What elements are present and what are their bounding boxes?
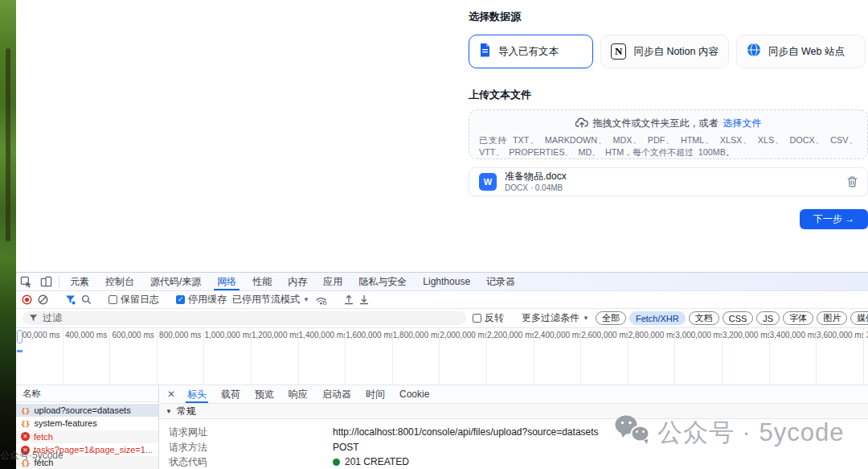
- device-toolbar-icon[interactable]: [36, 273, 56, 290]
- timeline-range-handle[interactable]: [17, 330, 23, 344]
- devtools-tab-sources[interactable]: 源代码/来源: [142, 273, 209, 290]
- devtools-tab-performance[interactable]: 性能: [244, 273, 280, 290]
- record-icon[interactable]: [22, 294, 32, 305]
- request-details-panel: ✕ 标头 载荷 预览 响应 启动器 时间 Cookie ▼ 常规 请求网址 ht…: [159, 385, 868, 469]
- checkbox-unchecked-icon[interactable]: [473, 314, 481, 323]
- timeline-tick: 2,200,000 ms: [487, 328, 534, 385]
- timeline-tick: 1,400,000 ms: [299, 328, 346, 385]
- throttling-dropdown[interactable]: 已停用节流模式 ▼: [232, 293, 309, 306]
- datasource-card-label: 同步自 Web 站点: [768, 45, 845, 59]
- import-har-icon[interactable]: [344, 294, 354, 305]
- details-tabbar: ✕ 标头 载荷 预览 响应 启动器 时间 Cookie: [159, 385, 868, 404]
- request-row-partial[interactable]: {} fetch: [16, 456, 158, 469]
- timeline-tick: 1,600,000 ms: [346, 328, 393, 385]
- divider: [59, 276, 59, 287]
- invert-filter-checkbox[interactable]: 反转: [473, 311, 504, 325]
- timeline-tick: 400,000 ms: [63, 328, 111, 385]
- preserve-log-checkbox[interactable]: 保留日志: [108, 293, 159, 306]
- details-tab-cookie[interactable]: Cookie: [392, 385, 436, 403]
- details-tab-payload[interactable]: 载荷: [214, 385, 248, 403]
- file-name: 准备物品.docx: [505, 171, 567, 182]
- inspect-element-icon[interactable]: [16, 273, 36, 290]
- details-tab-timing[interactable]: 时间: [358, 385, 392, 403]
- pill-font[interactable]: 字体: [783, 311, 813, 325]
- request-row-fetch-error[interactable]: ✕ fetch: [16, 430, 158, 443]
- request-row-tasks-error[interactable]: ✕ tasks?page=1&page_size=1...: [16, 443, 158, 456]
- timeline-tick: 2,000,000 ms: [440, 328, 487, 385]
- pill-all[interactable]: 全部: [596, 311, 626, 325]
- chevron-down-icon: ▼: [303, 296, 309, 303]
- request-list-panel: 名称 {} upload?source=datasets {} system-f…: [16, 385, 159, 469]
- search-icon[interactable]: [81, 294, 92, 305]
- details-tab-headers[interactable]: 标头: [180, 385, 214, 403]
- pill-js[interactable]: JS: [756, 311, 780, 325]
- pill-fetch-xhr[interactable]: Fetch/XHR: [629, 311, 686, 325]
- uploaded-file-item[interactable]: W 准备物品.docx DOCX · 0.04MB: [469, 167, 868, 196]
- upload-section-title: 上传文本文件: [469, 88, 868, 102]
- file-dropzone[interactable]: 拖拽文件或文件夹至此，或者 选择文件 已支持 TXT、 MARKDOWN、 MD…: [469, 109, 868, 159]
- devtools-panel: 元素 控制台 源代码/来源 网络 性能 内存 应用 隐私与安全 Lighthou…: [16, 272, 868, 469]
- timeline-activity-marker: [17, 350, 23, 352]
- devtools-tab-network[interactable]: 网络: [209, 273, 244, 290]
- pill-img[interactable]: 图片: [817, 311, 847, 325]
- timeline-tick: 200,000 ms: [16, 328, 63, 385]
- fetch-xhr-icon: {}: [21, 419, 30, 428]
- timeline-tick: 3,200,000 ms: [723, 328, 770, 385]
- desktop-wallpaper-strip: [0, 0, 16, 469]
- general-fields: 请求网址 http://localhost:8001/console/api/f…: [159, 419, 868, 467]
- devtools-tab-recorder[interactable]: 记录器: [478, 273, 523, 290]
- devtools-tab-lighthouse[interactable]: Lighthouse: [415, 273, 478, 290]
- network-filter-row: 过滤 反转 更多过滤条件 ▼ 全部 Fetch/XHR 文档 CSS JS 字体…: [16, 309, 868, 328]
- details-tab-initiator[interactable]: 启动器: [315, 385, 358, 403]
- filter-input[interactable]: 过滤: [23, 311, 466, 325]
- timeline-tick: 1,200,000 ms: [252, 328, 299, 385]
- cloud-upload-icon: [575, 117, 588, 130]
- devtools-tab-application[interactable]: 应用: [315, 273, 350, 290]
- devtools-tab-elements[interactable]: 元素: [62, 273, 97, 290]
- pill-doc[interactable]: 文档: [689, 311, 719, 325]
- network-overview-timeline[interactable]: 200,000 ms 400,000 ms 600,000 ms 800,000…: [16, 328, 868, 385]
- more-filters-dropdown[interactable]: 更多过滤条件 ▼: [522, 311, 589, 325]
- timeline-tick: 3,000,000 ms: [675, 328, 723, 385]
- notion-icon: N: [611, 43, 626, 60]
- delete-file-icon[interactable]: [847, 176, 858, 187]
- datasource-card-import-text[interactable]: 导入已有文本: [469, 35, 593, 68]
- datasource-card-web[interactable]: 同步自 Web 站点: [736, 35, 866, 68]
- request-row-system-features[interactable]: {} system-features: [16, 417, 158, 430]
- pill-media[interactable]: 媒体: [850, 311, 868, 325]
- chevron-down-icon: ▼: [583, 315, 589, 322]
- timeline-tick: 600,000 ms: [110, 328, 158, 385]
- timeline-tick: 800,000 ms: [158, 328, 205, 385]
- details-tab-preview[interactable]: 预览: [248, 385, 281, 403]
- browse-files-link[interactable]: 选择文件: [723, 117, 762, 130]
- word-file-icon: W: [479, 173, 497, 191]
- request-type-pills: 全部 Fetch/XHR 文档 CSS JS 字体 图片 媒体 清单: [596, 311, 868, 325]
- field-request-method: 请求方法 POST: [169, 442, 868, 453]
- general-section-header[interactable]: ▼ 常规: [159, 404, 868, 419]
- request-row-upload[interactable]: {} upload?source=datasets: [16, 404, 158, 417]
- request-error-icon: ✕: [21, 432, 30, 441]
- datasource-card-notion[interactable]: N 同步自 Notion 内容: [600, 35, 729, 68]
- export-har-icon[interactable]: [359, 294, 369, 305]
- filter-icon[interactable]: [65, 294, 76, 305]
- next-step-button[interactable]: 下一步 →: [800, 209, 868, 229]
- devtools-tab-memory[interactable]: 内存: [280, 273, 315, 290]
- checkbox-unchecked-icon[interactable]: [108, 295, 117, 304]
- details-tab-response[interactable]: 响应: [281, 385, 315, 403]
- devtools-tab-privacy[interactable]: 隐私与安全: [350, 273, 415, 290]
- timeline-tick-partial: 3: [864, 328, 868, 385]
- supported-formats-text: 已支持 TXT、 MARKDOWN、 MDX、 PDF、 HTML、 XLSX、…: [479, 134, 858, 158]
- funnel-icon: [29, 314, 38, 323]
- devtools-tab-console[interactable]: 控制台: [97, 273, 142, 290]
- pill-css[interactable]: CSS: [723, 311, 754, 325]
- timeline-tick: 2,600,000 ms: [581, 328, 628, 385]
- disable-cache-checkbox[interactable]: ✓ 停用缓存: [176, 293, 227, 306]
- datasource-card-label: 导入已有文本: [498, 45, 559, 59]
- close-icon[interactable]: ✕: [162, 385, 180, 403]
- devtools-tabbar: 元素 控制台 源代码/来源 网络 性能 内存 应用 隐私与安全 Lighthou…: [16, 273, 868, 291]
- network-conditions-icon[interactable]: [315, 295, 327, 305]
- clear-network-log-icon[interactable]: [38, 294, 48, 305]
- timeline-tick: 3,600,000 ms: [817, 328, 864, 385]
- fetch-xhr-icon: {}: [21, 459, 30, 467]
- checkbox-checked-icon[interactable]: ✓: [176, 295, 185, 304]
